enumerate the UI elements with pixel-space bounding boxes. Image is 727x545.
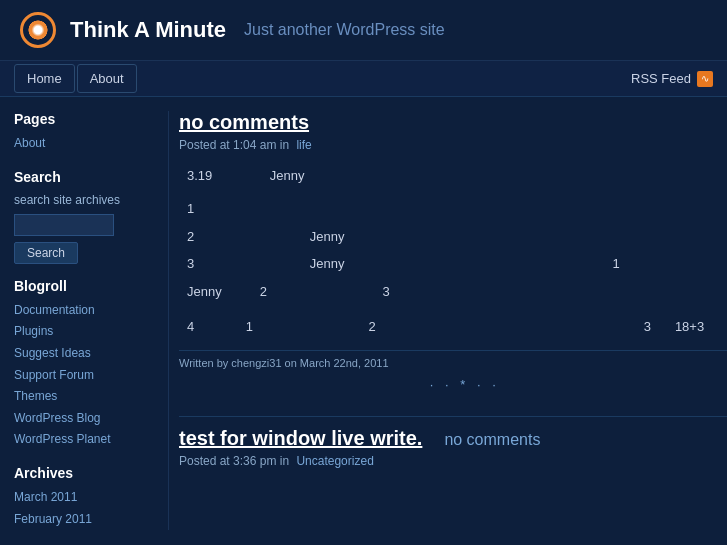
post-2: test for window live write. no comments … (179, 427, 727, 468)
post-2-no-comments[interactable]: no comments (444, 431, 540, 449)
nav-items: Home About (14, 64, 631, 93)
table-row: 3 Jenny 1 (179, 250, 727, 277)
search-input[interactable] (14, 214, 114, 236)
rss-label: RSS Feed (631, 71, 691, 86)
nav-home[interactable]: Home (14, 64, 75, 93)
post-1-category[interactable]: life (296, 138, 311, 152)
post-1-title-row: no comments (179, 111, 727, 134)
post-1-pagination: · · * · · (179, 377, 727, 392)
post-1-footer: Written by chengzi31 on March 22nd, 2011 (179, 350, 727, 369)
site-title: Think A Minute (70, 17, 226, 43)
blogroll-documentation[interactable]: Documentation (14, 300, 154, 322)
post-1: no comments Posted at 1:04 am in life 3.… (179, 111, 727, 392)
main-layout: Pages About Search search site archives … (0, 97, 727, 544)
search-title: Search (14, 169, 154, 185)
archive-february-2011[interactable]: February 2011 (14, 509, 154, 531)
search-description: search site archives (14, 191, 154, 210)
blogroll-title: Blogroll (14, 278, 154, 294)
archive-march-2011[interactable]: March 2011 (14, 487, 154, 509)
site-tagline: Just another WordPress site (244, 21, 445, 39)
post-2-title-row: test for window live write. no comments (179, 427, 727, 450)
blogroll-suggest-ideas[interactable]: Suggest Ideas (14, 343, 154, 365)
post-2-category[interactable]: Uncategorized (296, 454, 373, 468)
post-1-content: 3.19 Jenny 1 2 Jenny 3 Jenny 1 (179, 162, 727, 340)
table-row: 1 (179, 189, 727, 222)
post-1-meta: Posted at 1:04 am in life (179, 138, 727, 152)
table-row: Jenny 2 3 (179, 278, 727, 305)
rss-icon: ∿ (697, 71, 713, 87)
rss-feed[interactable]: RSS Feed ∿ (631, 71, 713, 87)
table-row: 4 1 2 3 18+3 17 (179, 305, 727, 340)
site-header: Think A Minute Just another WordPress si… (0, 0, 727, 61)
blogroll-themes[interactable]: Themes (14, 386, 154, 408)
site-logo (20, 12, 56, 48)
blogroll-support-forum[interactable]: Support Forum (14, 365, 154, 387)
blogroll-wordpress-planet[interactable]: WordPress Planet (14, 429, 154, 451)
sidebar-page-about[interactable]: About (14, 133, 154, 155)
search-button[interactable]: Search (14, 242, 78, 264)
post-2-meta: Posted at 3:36 pm in Uncategorized (179, 454, 727, 468)
post-divider (179, 416, 727, 417)
sidebar: Pages About Search search site archives … (0, 111, 168, 530)
nav-about[interactable]: About (77, 64, 137, 93)
post-1-table: 3.19 Jenny 1 2 Jenny 3 Jenny 1 (179, 162, 727, 340)
archives-title: Archives (14, 465, 154, 481)
content-area: no comments Posted at 1:04 am in life 3.… (168, 111, 727, 530)
blogroll-wordpress-blog[interactable]: WordPress Blog (14, 408, 154, 430)
pages-title: Pages (14, 111, 154, 127)
post-1-title[interactable]: no comments (179, 111, 309, 133)
blogroll-plugins[interactable]: Plugins (14, 321, 154, 343)
table-row: 2 Jenny (179, 223, 727, 250)
table-row: 3.19 Jenny (179, 162, 727, 189)
navbar: Home About RSS Feed ∿ (0, 61, 727, 97)
post-2-title[interactable]: test for window live write. (179, 427, 422, 450)
